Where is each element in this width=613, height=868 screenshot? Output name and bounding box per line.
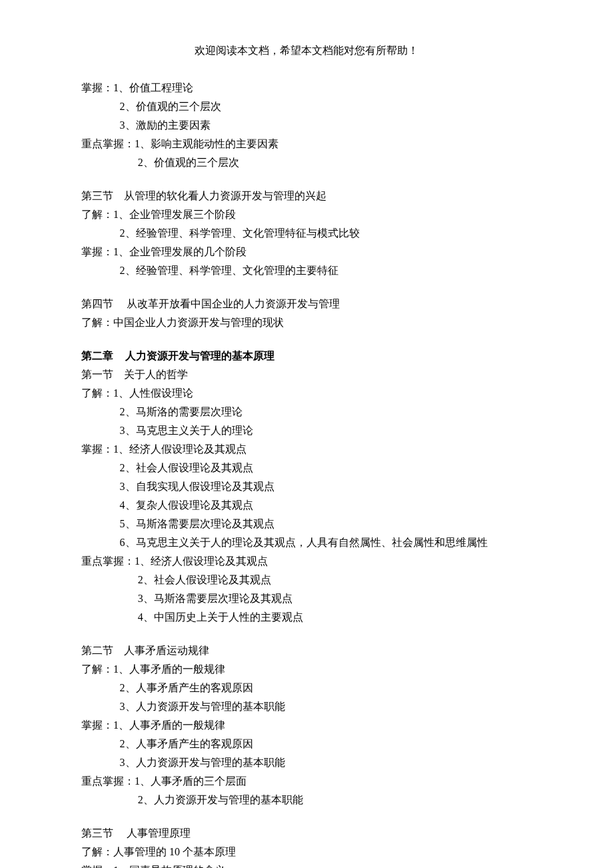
ch2-section-3: 第三节 人事管理原理 了解：人事管理的 10 个基本原理 掌握：1、同素异构原理… bbox=[81, 824, 532, 868]
list-item: 2、价值观的三个层次 bbox=[81, 97, 532, 116]
list-item: 3、自我实现人假设理论及其观点 bbox=[81, 477, 532, 496]
understand-line: 了解：1、企业管理发展三个阶段 bbox=[81, 205, 532, 224]
chapter-2: 第二章 人力资源开发与管理的基本原理 第一节 关于人的哲学 了解：1、人性假设理… bbox=[81, 347, 532, 627]
list-item: 4、中国历史上关于人性的主要观点 bbox=[81, 608, 532, 627]
list-item: 4、复杂人假设理论及其观点 bbox=[81, 496, 532, 515]
list-item: 2、价值观的三个层次 bbox=[81, 153, 532, 172]
section-title: 第四节 从改革开放看中国企业的人力资源开发与管理 bbox=[81, 295, 532, 313]
grasp-line: 掌握：1、同素异构原理的含义 bbox=[81, 861, 532, 868]
section-4: 第四节 从改革开放看中国企业的人力资源开发与管理 了解：中国企业人力资源开发与管… bbox=[81, 295, 532, 332]
list-item: 3、马斯洛需要层次理论及其观点 bbox=[81, 589, 532, 608]
ch2-section-2: 第二节 人事矛盾运动规律 了解：1、人事矛盾的一般规律 2、人事矛盾产生的客观原… bbox=[81, 641, 532, 809]
header-note: 欢迎阅读本文档，希望本文档能对您有所帮助！ bbox=[81, 41, 532, 60]
list-item: 2、经验管理、科学管理、文化管理的主要特征 bbox=[81, 261, 532, 280]
document-page: 欢迎阅读本文档，希望本文档能对您有所帮助！ 掌握：1、价值工程理论 2、价值观的… bbox=[0, 0, 613, 868]
list-item: 3、人力资源开发与管理的基本职能 bbox=[81, 753, 532, 772]
section-title: 第二节 人事矛盾运动规律 bbox=[81, 641, 532, 660]
list-item: 3、人力资源开发与管理的基本职能 bbox=[81, 697, 532, 716]
key-line: 重点掌握：1、经济人假设理论及其观点 bbox=[81, 552, 532, 571]
understand-line: 了解：人事管理的 10 个基本原理 bbox=[81, 843, 532, 861]
understand-line: 了解：1、人事矛盾的一般规律 bbox=[81, 660, 532, 679]
section-title: 第三节 从管理的软化看人力资源开发与管理的兴起 bbox=[81, 187, 532, 205]
list-item: 2、人事矛盾产生的客观原因 bbox=[81, 679, 532, 697]
section-title: 第一节 关于人的哲学 bbox=[81, 365, 532, 384]
key-line: 重点掌握：1、影响主观能动性的主要因素 bbox=[81, 135, 532, 153]
section-3: 第三节 从管理的软化看人力资源开发与管理的兴起 了解：1、企业管理发展三个阶段 … bbox=[81, 187, 532, 280]
key-line: 重点掌握：1、人事矛盾的三个层面 bbox=[81, 772, 532, 791]
list-item: 6、马克思主义关于人的理论及其观点，人具有自然属性、社会属性和思维属性 bbox=[81, 533, 532, 552]
list-item: 2、经验管理、科学管理、文化管理特征与模式比较 bbox=[81, 224, 532, 243]
list-item: 3、马克思主义关于人的理论 bbox=[81, 421, 532, 440]
section-continued: 掌握：1、价值工程理论 2、价值观的三个层次 3、激励的主要因素 重点掌握：1、… bbox=[81, 79, 532, 172]
list-item: 2、社会人假设理论及其观点 bbox=[81, 571, 532, 589]
understand-line: 了解：中国企业人力资源开发与管理的现状 bbox=[81, 313, 532, 332]
grasp-line: 掌握：1、价值工程理论 bbox=[81, 79, 532, 97]
understand-line: 了解：1、人性假设理论 bbox=[81, 384, 532, 403]
list-item: 3、激励的主要因素 bbox=[81, 116, 532, 135]
list-item: 5、马斯洛需要层次理论及其观点 bbox=[81, 515, 532, 533]
list-item: 2、马斯洛的需要层次理论 bbox=[81, 403, 532, 421]
chapter-title: 第二章 人力资源开发与管理的基本原理 bbox=[81, 347, 532, 365]
list-item: 2、社会人假设理论及其观点 bbox=[81, 459, 532, 477]
grasp-line: 掌握：1、企业管理发展的几个阶段 bbox=[81, 243, 532, 261]
section-title: 第三节 人事管理原理 bbox=[81, 824, 532, 843]
grasp-line: 掌握：1、经济人假设理论及其观点 bbox=[81, 440, 532, 459]
list-item: 2、人力资源开发与管理的基本职能 bbox=[81, 791, 532, 809]
grasp-line: 掌握：1、人事矛盾的一般规律 bbox=[81, 716, 532, 735]
list-item: 2、人事矛盾产生的客观原因 bbox=[81, 735, 532, 753]
